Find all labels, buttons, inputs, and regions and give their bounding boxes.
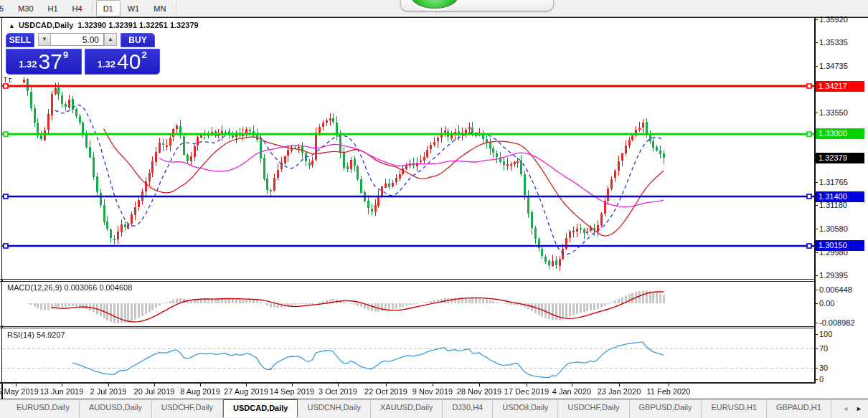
- symbol-tab-usdoil-daily[interactable]: USDOil,Daily: [493, 400, 558, 418]
- toolbar-separator: [93, 2, 93, 14]
- rsi-indicator-pane[interactable]: [2, 328, 814, 382]
- ask-pip-digit: 2: [141, 49, 146, 60]
- volume-input[interactable]: [51, 33, 104, 46]
- date-axis-tick: [246, 384, 247, 386]
- ask-prefix: 1.32: [98, 59, 115, 70]
- toolbar-separator: [176, 2, 176, 14]
- symbol-tab-eurusd-h1[interactable]: EURUSD,H1: [702, 400, 767, 418]
- date-axis-label: 17 Dec 2019: [504, 387, 549, 396]
- scale-tick: [814, 379, 818, 380]
- buy-button[interactable]: BUY: [121, 33, 155, 47]
- symbol-tab-dj30-h4[interactable]: DJ30,H4: [443, 400, 493, 418]
- chart-title-symbol: USDCAD,Daily: [19, 21, 73, 29]
- status-pill[interactable]: [400, 0, 554, 11]
- price-level-badge: 1.30150: [816, 240, 864, 251]
- date-axis-label: 25 May 2019: [0, 387, 39, 396]
- scale-tick: [814, 66, 818, 67]
- date-axis-tick: [572, 384, 572, 386]
- symbol-tab-xauusd-daily[interactable]: XAUUSD,Daily: [371, 400, 443, 418]
- macd-label: MACD(12,26,9) 0.003066 0.004608: [7, 283, 132, 292]
- date-axis-label: 2 Jul 2019: [90, 387, 127, 396]
- scale-tick: [814, 19, 818, 20]
- ask-big-digits: 40: [117, 52, 141, 72]
- date-axis-tick: [292, 384, 293, 386]
- timeframe-button-5[interactable]: 5: [0, 0, 11, 16]
- pane-separator[interactable]: [0, 326, 816, 327]
- symbol-tab-audusd-daily[interactable]: AUDUSD,Daily: [80, 400, 152, 418]
- date-axis-tick: [619, 384, 620, 386]
- date-axis-label: 27 Aug 2019: [224, 387, 268, 396]
- scale-tick: [814, 42, 818, 43]
- date-axis-label: 3 Oct 2019: [319, 387, 357, 396]
- volume-increase-button[interactable]: ▲: [104, 33, 117, 46]
- symbol-tab-gbpusd-daily[interactable]: GBPUSD,Daily: [630, 400, 702, 418]
- symbol-tab-bar: EURUSD,DailyAUDUSD,DailyUSDCHF,DailyUSDC…: [0, 399, 868, 418]
- ask-price-display[interactable]: 1.32402: [85, 49, 161, 75]
- rsi-scale-label: 30: [819, 364, 828, 372]
- date-axis-label: 20 Jul 2019: [134, 387, 175, 396]
- rsi-scale-label: 70: [819, 344, 828, 353]
- rsi-scale-label: 100: [819, 330, 832, 338]
- symbol-tab-eurusd-daily[interactable]: EURUSD,Daily: [7, 400, 80, 418]
- symbol-tab-gbpaud-h1[interactable]: GBPAUD,H1: [767, 400, 831, 418]
- rsi-label: RSI(14) 54.9207: [7, 331, 65, 339]
- bid-big-digits: 37: [39, 52, 62, 72]
- scale-tick: [814, 334, 818, 335]
- price-scale-label: 1.35335: [819, 38, 848, 47]
- price-level-badge: 1.31400: [816, 191, 864, 202]
- symbol-tab-usdchf-daily[interactable]: USDCHF,Daily: [558, 400, 629, 418]
- symbol-tab-usdchf-daily[interactable]: USDCHF,Daily: [152, 400, 223, 418]
- date-axis-tick: [527, 384, 527, 386]
- macd-scale-label: 0.00: [819, 299, 834, 308]
- collapse-panel-icon[interactable]: ▲: [9, 22, 15, 29]
- date-axis-label: 13 Jun 2019: [40, 387, 84, 396]
- price-scale-label: 1.30580: [819, 224, 848, 233]
- macd-scale-label: -0.008982: [819, 318, 855, 327]
- price-scale-label: 1.34735: [819, 62, 848, 70]
- date-axis-tick: [338, 384, 339, 386]
- date-axis-label: 9 Nov 2019: [412, 387, 453, 396]
- date-axis-label: 4 Jan 2020: [552, 387, 591, 396]
- date-axis-tick: [154, 384, 155, 386]
- rsi-scale-label: 0: [819, 375, 824, 384]
- timeframe-button-d1[interactable]: D1: [96, 0, 121, 16]
- timeframe-button-mn[interactable]: MN: [146, 0, 173, 16]
- scale-tick: [814, 323, 818, 323]
- timeframe-button-w1[interactable]: W1: [121, 0, 147, 16]
- date-axis-tick: [669, 384, 669, 386]
- price-scale-label: 1.31180: [819, 201, 847, 209]
- date-axis-tick: [108, 384, 109, 386]
- date-axis-label: 28 Nov 2019: [457, 387, 501, 396]
- date-axis-label: 14 Sep 2019: [270, 387, 314, 396]
- scale-tick: [814, 229, 818, 229]
- chart-title: ▲USDCAD,Daily 1.32390 1.32391 1.32251 1.…: [9, 21, 199, 29]
- tab-scroll-arrows: ◄►: [842, 399, 868, 418]
- timeframe-button-h1[interactable]: H1: [41, 0, 65, 16]
- date-axis-tick: [16, 384, 16, 386]
- pane-separator[interactable]: [0, 279, 816, 280]
- date-axis-tick: [62, 384, 62, 386]
- symbol-tab-usdcad-daily[interactable]: USDCAD,Daily: [223, 399, 298, 417]
- timeframe-button-h4[interactable]: H4: [65, 0, 90, 16]
- macd-scale-label: 0.006448: [819, 285, 852, 294]
- tab-scroll-right-icon[interactable]: ►: [856, 405, 862, 412]
- price-scale-label: 1.33550: [819, 108, 848, 117]
- date-axis-tick: [386, 384, 387, 386]
- volume-decrease-button[interactable]: ▼: [38, 33, 51, 46]
- tab-scroll-left-icon[interactable]: ◄: [842, 405, 849, 412]
- bid-prefix: 1.32: [19, 59, 37, 70]
- scale-tick: [814, 368, 818, 369]
- mt4-terminal-window: 5M30H1H4D1W1MN ▲USDCAD,Daily 1.32390 1.3…: [0, 0, 868, 418]
- chart-title-quotes: 1.32390 1.32391 1.32251 1.32379: [77, 21, 198, 29]
- price-scale-label: 1.31765: [819, 178, 848, 186]
- bid-price-display[interactable]: 1.32379: [6, 49, 82, 75]
- scale-tick: [814, 275, 818, 276]
- timeframe-button-m30[interactable]: M30: [11, 0, 40, 16]
- date-axis-label: 22 Oct 2019: [364, 387, 407, 396]
- date-axis-label: 23 Jan 2020: [598, 387, 641, 396]
- scale-tick: [814, 113, 818, 113]
- date-axis-tick: [433, 384, 433, 386]
- symbol-tab-usdcnh-daily[interactable]: USDCNH,Daily: [298, 400, 371, 418]
- sell-button[interactable]: SELL: [6, 33, 34, 47]
- date-axis-tick: [200, 384, 201, 386]
